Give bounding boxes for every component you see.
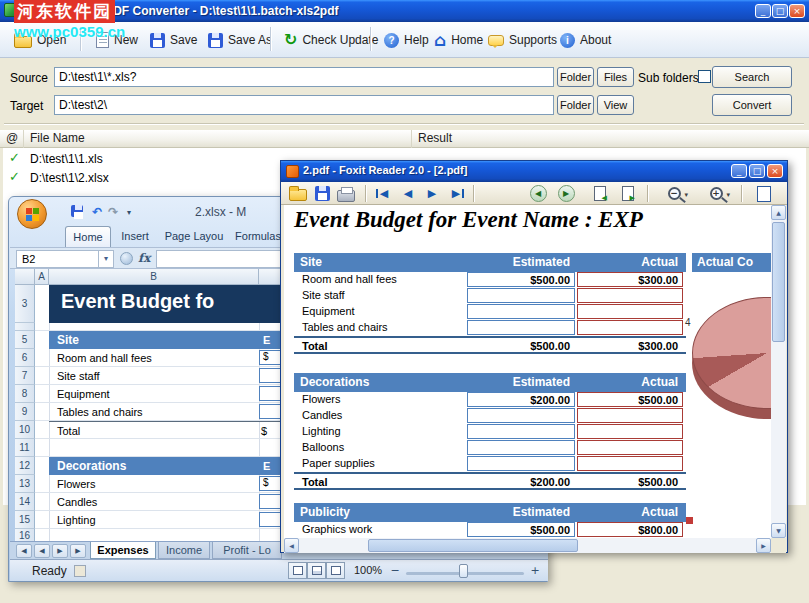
row-header-10[interactable]: 10 (15, 421, 35, 439)
last-sheet-button[interactable]: ▶ (70, 544, 86, 558)
target-folder-button[interactable]: Folder (557, 95, 594, 115)
check-update-button[interactable]: ↻Check Update (280, 27, 382, 53)
name-box[interactable]: B2 ▾ (16, 250, 114, 268)
first-page-button[interactable]: ◀ (373, 184, 395, 203)
row-header-11[interactable]: 11 (15, 439, 35, 457)
prev-sheet-button[interactable]: ◀ (34, 544, 50, 558)
scroll-up-button[interactable]: ▲ (771, 205, 786, 220)
target-input[interactable] (54, 95, 554, 115)
close-button[interactable]: × (789, 4, 805, 18)
zoom-out-button[interactable]: − (388, 564, 402, 578)
first-sheet-button[interactable]: ◀ (16, 544, 32, 558)
row-header-16[interactable]: 16 (15, 529, 35, 541)
tab-home[interactable]: Home (65, 226, 111, 247)
sheet-tab-profit-loss[interactable]: Profit - Lo (212, 542, 282, 559)
insert-function-button[interactable]: fx (138, 251, 150, 265)
minimize-icon: _ (761, 6, 766, 16)
formula-bar-button[interactable] (120, 252, 133, 265)
zoom-in-button[interactable]: + (528, 564, 542, 578)
horizontal-scrollbar[interactable]: ◀ ▶ (284, 538, 771, 553)
zoom-out-button[interactable]: −▾ (659, 184, 689, 203)
previous-page-button[interactable]: ◀ (397, 184, 419, 203)
previous-view-button[interactable]: ◀ (589, 184, 611, 203)
row-header-5[interactable]: 5 (15, 331, 35, 349)
source-files-button[interactable]: Files (597, 67, 634, 87)
source-folder-button[interactable]: Folder (557, 67, 594, 87)
column-header-b[interactable]: B (49, 269, 259, 285)
sheet-tab-expenses[interactable]: Expenses (90, 542, 156, 559)
row-header-9[interactable]: 9 (15, 403, 35, 421)
tab-page-layout[interactable]: Page Layou (159, 226, 229, 247)
view-page-layout-button[interactable] (307, 562, 326, 579)
scroll-right-button[interactable]: ▶ (756, 538, 771, 553)
go-forward-button[interactable]: ▶ (555, 184, 577, 203)
supports-button[interactable]: Supports (484, 27, 561, 53)
undo-button[interactable]: ↶ (89, 205, 105, 221)
column-header-a[interactable]: A (35, 269, 49, 285)
foxit-titlebar[interactable]: 2.pdf - Foxit Reader 2.0 - [2.pdf] _ □ × (281, 161, 787, 182)
macro-record-icon[interactable] (74, 565, 86, 577)
separator (647, 185, 648, 202)
maximize-button[interactable]: □ (772, 4, 788, 18)
last-page-button[interactable]: ▶ (445, 184, 467, 203)
qat-dropdown[interactable]: ▾ (121, 205, 137, 221)
column-header-filename[interactable]: File Name (24, 130, 412, 148)
quick-save-button[interactable] (69, 205, 85, 221)
row-header-8[interactable]: 8 (15, 385, 35, 403)
zoom-in-button[interactable]: +▾ (701, 184, 731, 203)
select-all-corner[interactable] (15, 269, 35, 285)
row-header-12[interactable]: 12 (15, 457, 35, 475)
zoom-in-dropdown[interactable]: ▾ (726, 191, 730, 199)
scroll-thumb[interactable] (368, 539, 578, 552)
view-page-break-button[interactable] (326, 562, 345, 579)
sheet-tab-income[interactable]: Income (158, 542, 210, 559)
help-button[interactable]: ?Help (380, 27, 433, 53)
row-header-4[interactable] (15, 323, 35, 331)
convert-button[interactable]: Convert (712, 94, 792, 116)
row-header-13[interactable]: 13 (15, 475, 35, 493)
save-button[interactable]: Save (146, 27, 201, 53)
target-view-button[interactable]: View (597, 95, 634, 115)
scroll-thumb[interactable] (772, 222, 785, 342)
search-button[interactable]: Search (712, 66, 792, 88)
tab-insert[interactable]: Insert (113, 226, 157, 247)
office-button[interactable] (17, 199, 47, 229)
row-header-7[interactable]: 7 (15, 367, 35, 385)
save-as-button[interactable]: Save As (204, 27, 276, 53)
zoom-out-dropdown[interactable]: ▾ (684, 191, 688, 199)
row-header-14[interactable]: 14 (15, 493, 35, 511)
check-update-label: Check Update (302, 33, 378, 47)
converted-check-icon: ✓ (9, 169, 20, 184)
column-header-result[interactable]: Result (412, 130, 809, 148)
tab-formulas[interactable]: Formulas (231, 226, 285, 247)
zoom-slider-thumb[interactable] (459, 564, 468, 578)
home-button[interactable]: ⌂Home (430, 27, 487, 53)
go-back-button[interactable]: ◀ (527, 184, 549, 203)
row-header-3[interactable]: 3 (15, 285, 35, 323)
minimize-button[interactable]: _ (755, 4, 771, 18)
next-sheet-button[interactable]: ▶ (52, 544, 68, 558)
redo-button[interactable]: ↷ (105, 205, 121, 221)
minimize-button[interactable]: _ (731, 164, 747, 178)
scroll-left-button[interactable]: ◀ (284, 538, 299, 553)
close-button[interactable]: × (767, 164, 783, 178)
row-header-15[interactable]: 15 (15, 511, 35, 529)
column-header-mark[interactable]: @ (0, 130, 24, 148)
subfolders-checkbox[interactable] (698, 70, 711, 83)
about-button[interactable]: iAbout (556, 27, 615, 53)
next-view-button[interactable]: ▶ (617, 184, 639, 203)
next-page-button[interactable]: ▶ (421, 184, 443, 203)
view-normal-button[interactable] (288, 562, 307, 579)
vertical-scrollbar[interactable]: ▲ ▼ (771, 205, 786, 538)
name-box-dropdown[interactable]: ▾ (98, 251, 113, 267)
section-name: Decorations (300, 375, 369, 389)
maximize-button[interactable]: □ (749, 164, 765, 178)
open-button[interactable] (287, 184, 309, 203)
source-input[interactable] (54, 67, 554, 87)
single-page-button[interactable] (753, 184, 775, 203)
row-header-6[interactable]: 6 (15, 349, 35, 367)
save-button[interactable] (311, 184, 333, 203)
print-button[interactable] (335, 184, 357, 203)
pdf-page[interactable]: Event Budget for Event Name : EXP Site E… (284, 205, 771, 538)
scroll-down-button[interactable]: ▼ (771, 523, 786, 538)
